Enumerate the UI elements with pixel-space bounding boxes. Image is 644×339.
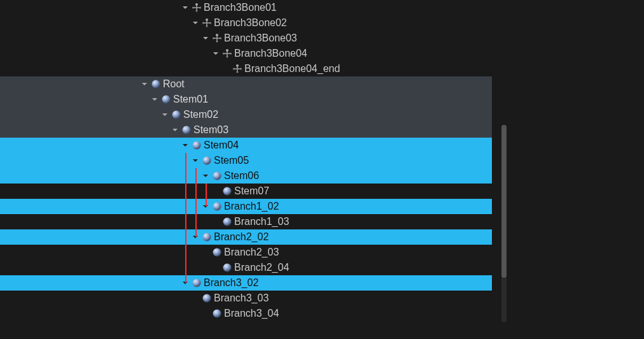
sphere-icon — [150, 78, 162, 90]
tree-row[interactable]: Branch3Bone03 — [0, 31, 492, 46]
tree-row[interactable]: Stem03 — [0, 122, 492, 138]
tree-item-label: Branch3Bone03 — [224, 32, 297, 44]
chevron-down-icon[interactable] — [150, 95, 159, 104]
chevron-down-icon[interactable] — [181, 141, 190, 150]
tree-row[interactable]: Root — [0, 76, 492, 92]
svg-point-15 — [213, 38, 214, 40]
hierarchy-guide-line — [206, 184, 207, 206]
sphere-icon — [191, 140, 202, 151]
chevron-down-icon[interactable] — [211, 49, 220, 58]
tree-row[interactable]: Branch3Bone02 — [0, 15, 492, 31]
tree-item-label: Branch1_02 — [224, 201, 279, 212]
svg-point-31 — [162, 96, 171, 104]
svg-point-38 — [213, 203, 221, 211]
tree-item-label: Stem02 — [183, 109, 218, 120]
svg-point-36 — [213, 172, 221, 180]
chevron-down-icon[interactable] — [140, 80, 149, 89]
chevron-down-icon — [211, 217, 220, 226]
chevron-down-icon[interactable] — [191, 18, 200, 27]
tree-row[interactable]: Branch3Bone04_end — [0, 61, 492, 76]
sphere-icon — [201, 231, 213, 243]
sphere-icon — [211, 201, 223, 212]
chevron-down-icon — [211, 263, 220, 272]
tree-item-label: Branch3_02 — [204, 277, 258, 289]
svg-point-23 — [227, 56, 228, 58]
svg-point-4 — [199, 7, 201, 9]
tree-row[interactable]: Stem05 — [0, 153, 492, 168]
svg-point-35 — [203, 157, 211, 165]
tree-row[interactable]: Branch3Bone04 — [0, 46, 492, 61]
sphere-icon — [221, 262, 233, 273]
tree-row[interactable]: Branch1_03 — [0, 214, 492, 229]
sphere-icon — [211, 170, 223, 182]
svg-point-34 — [193, 141, 201, 150]
svg-point-32 — [172, 111, 181, 119]
svg-point-11 — [206, 25, 208, 27]
right-gutter — [509, 0, 644, 339]
tree-row[interactable]: Branch3_03 — [0, 291, 492, 306]
tree-item-label: Stem07 — [234, 185, 269, 197]
sphere-icon — [211, 247, 223, 258]
chevron-down-icon — [191, 294, 200, 303]
sphere-icon — [201, 155, 213, 166]
tree-row[interactable]: Branch2_02 — [0, 229, 492, 245]
tree-row[interactable]: Stem02 — [0, 107, 492, 122]
tree-item-label: Stem01 — [173, 94, 208, 105]
scrollbar-thumb[interactable] — [501, 125, 507, 278]
svg-point-10 — [209, 22, 211, 24]
chevron-down-icon[interactable] — [160, 110, 169, 119]
sphere-icon — [211, 308, 223, 319]
svg-point-40 — [203, 233, 211, 242]
chevron-down-icon[interactable] — [181, 3, 190, 12]
svg-point-33 — [183, 126, 191, 134]
hierarchy-guide-line — [185, 153, 186, 283]
svg-point-17 — [216, 41, 218, 43]
bone-icon — [232, 63, 243, 75]
sphere-icon — [171, 109, 182, 120]
tree-item-label: Branch1_03 — [234, 216, 289, 227]
tree-item-label: Branch3_04 — [224, 308, 279, 319]
hierarchy-tree: Branch3Bone01 Branch3Bone02 Branch3Bone0… — [0, 0, 492, 339]
tree-row[interactable]: Branch2_04 — [0, 260, 492, 275]
svg-point-39 — [223, 218, 232, 226]
svg-point-21 — [223, 53, 225, 55]
bone-icon — [191, 2, 202, 13]
svg-point-5 — [196, 10, 198, 12]
tree-item-label: Stem04 — [204, 140, 239, 151]
sphere-icon — [191, 277, 202, 289]
tree-row[interactable]: Stem01 — [0, 92, 492, 107]
tree-row[interactable]: Branch3Bone01 — [0, 0, 492, 15]
tree-item-label: Branch3Bone02 — [214, 17, 287, 29]
tree-row[interactable]: Stem04 — [0, 138, 492, 153]
bone-icon — [211, 32, 223, 44]
chevron-down-icon[interactable] — [191, 156, 200, 165]
svg-point-45 — [213, 310, 221, 318]
chevron-down-icon[interactable] — [201, 34, 210, 43]
tree-row[interactable]: Branch2_03 — [0, 245, 492, 260]
chevron-down-icon — [211, 187, 220, 196]
tree-row[interactable]: Branch3_02 — [0, 275, 492, 291]
svg-point-28 — [240, 68, 242, 70]
tree-row[interactable]: Branch3_04 — [0, 306, 492, 321]
tree-item-label: Branch3Bone04 — [234, 48, 307, 59]
tree-row[interactable]: Branch1_02 — [0, 199, 492, 214]
svg-point-3 — [192, 7, 194, 9]
sphere-icon — [181, 124, 192, 136]
svg-point-42 — [223, 264, 232, 272]
sphere-icon — [221, 185, 233, 197]
chevron-down-icon — [201, 309, 210, 318]
chevron-down-icon[interactable] — [171, 126, 179, 134]
bone-icon — [221, 48, 233, 59]
hierarchy-guide-line — [195, 168, 197, 237]
tree-item-label: Stem06 — [224, 170, 259, 182]
svg-point-44 — [203, 294, 211, 303]
chevron-down-icon[interactable] — [201, 171, 210, 180]
chevron-down-icon — [201, 248, 210, 257]
tree-row[interactable]: Stem06 — [0, 168, 492, 184]
sphere-icon — [221, 216, 233, 227]
svg-point-30 — [152, 80, 160, 89]
scrollbar-track[interactable] — [501, 125, 507, 322]
tree-item-label: Root — [163, 78, 185, 90]
bone-icon — [201, 17, 213, 29]
tree-row[interactable]: Stem07 — [0, 184, 492, 199]
